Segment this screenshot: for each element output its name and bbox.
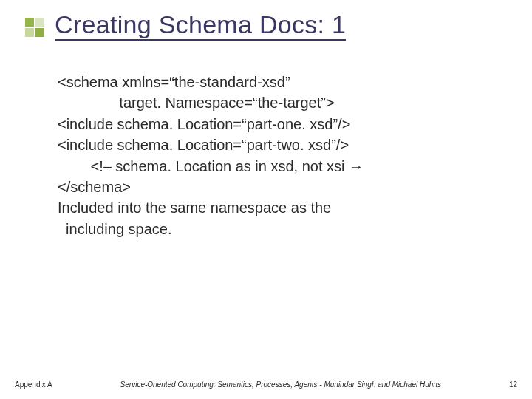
footer-left: Appendix A (15, 381, 52, 389)
slide-title: Creating Schema Docs: 1 (55, 10, 346, 41)
slide-number: 12 (509, 381, 517, 389)
body-line: Included into the same namespace as the (58, 197, 510, 218)
footer-center: Service-Oriented Computing: Semantics, P… (52, 381, 509, 389)
code-line: <include schema. Location=“part-two. xsd… (58, 134, 510, 155)
code-line: target. Namespace=“the-target”> (58, 92, 510, 113)
code-line: <schema xmlns=“the-standard-xsd” (58, 72, 510, 92)
code-line: <include schema. Location=“part-one. xsd… (58, 114, 510, 134)
code-line: </schema> (58, 177, 510, 197)
body-line: including space. (58, 219, 510, 239)
title-bullet-icon (25, 18, 44, 37)
code-line: <!– schema. Location as in xsd, not xsi … (58, 156, 510, 177)
slide-body: <schema xmlns=“the-standard-xsd” target.… (0, 41, 532, 239)
